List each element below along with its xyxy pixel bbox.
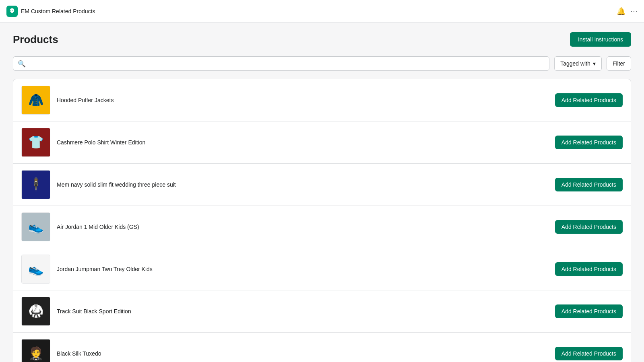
product-row: 🕴️ Mem navy solid slim fit wedding three… bbox=[13, 164, 631, 206]
svg-text:🕴️: 🕴️ bbox=[28, 177, 44, 192]
add-related-button-5[interactable]: Add Related Products bbox=[555, 262, 623, 276]
products-list: 🧥 Hooded Puffer Jackets Add Related Prod… bbox=[13, 79, 631, 362]
svg-text:🧥: 🧥 bbox=[28, 93, 44, 107]
page-title: Products bbox=[13, 33, 58, 46]
add-related-button-4[interactable]: Add Related Products bbox=[555, 220, 623, 234]
product-image-2: 👕 bbox=[21, 128, 50, 157]
more-options-icon[interactable]: ⋯ bbox=[630, 7, 638, 16]
svg-text:👕: 👕 bbox=[28, 135, 44, 150]
svg-text:👟: 👟 bbox=[28, 261, 44, 276]
add-related-button-1[interactable]: Add Related Products bbox=[555, 93, 623, 107]
product-image-3: 🕴️ bbox=[21, 170, 50, 199]
svg-text:🤵: 🤵 bbox=[28, 346, 44, 361]
svg-text:👟: 👟 bbox=[28, 219, 44, 234]
add-related-button-7[interactable]: Add Related Products bbox=[555, 347, 623, 360]
install-instructions-button[interactable]: Install Instructions bbox=[570, 32, 631, 47]
search-filter-row: 🔍 Tagged with ▾ Filter bbox=[13, 56, 631, 71]
search-icon: 🔍 bbox=[18, 60, 26, 68]
product-row: 👟 Jordan Jumpman Two Trey Older Kids Add… bbox=[13, 248, 631, 290]
add-related-button-3[interactable]: Add Related Products bbox=[555, 178, 623, 191]
search-wrapper: 🔍 bbox=[13, 56, 549, 71]
product-left-2: 👕 Cashmere Polo Shirt Winter Edition bbox=[21, 128, 145, 157]
product-name-1: Hooded Puffer Jackets bbox=[57, 97, 114, 103]
product-row: 🥋 Track Suit Black Sport Edition Add Rel… bbox=[13, 290, 631, 333]
main-content: Products Install Instructions 🔍 Tagged w… bbox=[0, 23, 644, 362]
product-name-2: Cashmere Polo Shirt Winter Edition bbox=[57, 139, 145, 146]
product-left-4: 👟 Air Jordan 1 Mid Older Kids (GS) bbox=[21, 212, 139, 241]
product-image-4: 👟 bbox=[21, 212, 50, 241]
tagged-with-label: Tagged with bbox=[560, 60, 590, 67]
product-name-3: Mem navy solid slim fit wedding three pi… bbox=[57, 181, 176, 188]
product-left-5: 👟 Jordan Jumpman Two Trey Older Kids bbox=[21, 255, 153, 284]
add-related-button-6[interactable]: Add Related Products bbox=[555, 304, 623, 318]
product-name-4: Air Jordan 1 Mid Older Kids (GS) bbox=[57, 224, 139, 230]
product-row: 🤵 Black Silk Tuxedo Add Related Products bbox=[13, 333, 631, 362]
product-left-1: 🧥 Hooded Puffer Jackets bbox=[21, 86, 114, 115]
app-branding: EM Custom Related Products bbox=[6, 6, 95, 17]
add-related-button-2[interactable]: Add Related Products bbox=[555, 136, 623, 149]
product-left-7: 🤵 Black Silk Tuxedo bbox=[21, 339, 101, 362]
app-title: EM Custom Related Products bbox=[21, 8, 95, 14]
top-bar-actions: 🔔 ⋯ bbox=[617, 7, 638, 16]
product-image-1: 🧥 bbox=[21, 86, 50, 115]
svg-text:🥋: 🥋 bbox=[28, 304, 44, 319]
product-image-6: 🥋 bbox=[21, 297, 50, 326]
product-name-6: Track Suit Black Sport Edition bbox=[57, 308, 131, 315]
page-header: Products Install Instructions bbox=[13, 32, 631, 47]
chevron-down-icon: ▾ bbox=[593, 60, 596, 67]
filter-button[interactable]: Filter bbox=[607, 56, 631, 71]
product-image-7: 🤵 bbox=[21, 339, 50, 362]
product-row: 👕 Cashmere Polo Shirt Winter Edition Add… bbox=[13, 121, 631, 164]
product-row: 👟 Air Jordan 1 Mid Older Kids (GS) Add R… bbox=[13, 206, 631, 248]
product-left-6: 🥋 Track Suit Black Sport Edition bbox=[21, 297, 131, 326]
search-input[interactable] bbox=[13, 56, 549, 71]
product-row: 🧥 Hooded Puffer Jackets Add Related Prod… bbox=[13, 79, 631, 121]
top-bar: EM Custom Related Products 🔔 ⋯ bbox=[0, 0, 644, 23]
product-name-5: Jordan Jumpman Two Trey Older Kids bbox=[57, 266, 153, 272]
app-logo bbox=[6, 6, 18, 17]
product-image-5: 👟 bbox=[21, 255, 50, 284]
product-left-3: 🕴️ Mem navy solid slim fit wedding three… bbox=[21, 170, 176, 199]
product-name-7: Black Silk Tuxedo bbox=[57, 350, 101, 357]
notification-icon[interactable]: 🔔 bbox=[617, 7, 625, 16]
tagged-with-button[interactable]: Tagged with ▾ bbox=[554, 56, 602, 71]
